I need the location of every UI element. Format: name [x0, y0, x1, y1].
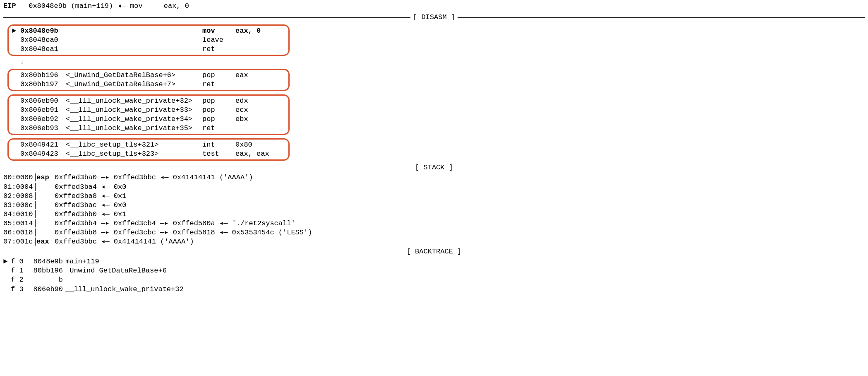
backtrace-row: f 3806eb90__lll_unlock_wake_private+32 [3, 285, 865, 294]
disasm-row: 0x806eb91<__lll_unlock_wake_private+33>p… [12, 106, 285, 115]
stack-bar-icon: │ [33, 219, 36, 228]
stack-bar-icon: │ [33, 183, 36, 192]
current-arrow-icon [12, 115, 20, 124]
stack-row: 04:0010│0xffed3bb0 ◂— 0x1 [3, 210, 865, 219]
disasm-operands: ecx [235, 106, 248, 115]
stack-register [36, 210, 55, 219]
sep-line [458, 17, 865, 18]
current-arrow-icon [3, 275, 11, 284]
section-sep-disasm: [ DISASM ] [3, 13, 865, 22]
stack-row: 01:0004│0xffed3ba4 ◂— 0x0 [3, 183, 865, 192]
disasm-mnemonic: test [202, 149, 235, 159]
disasm-panel: ►0x8048e9bmoveax, 00x8048ea0leave0x8048e… [3, 23, 865, 162]
stack-register: esp [36, 173, 55, 182]
disasm-operands: edx [235, 96, 248, 106]
reg-mnem: mov [130, 2, 143, 10]
disasm-symbol [66, 36, 202, 45]
stack-bar-icon: │ [33, 173, 36, 182]
disasm-symbol [66, 27, 202, 36]
disasm-symbol: <__lll_unlock_wake_private+34> [66, 115, 202, 124]
disasm-addr: 0x806eb91 [20, 106, 66, 115]
stack-value: 0xffed3ba0 —▸ 0xffed3bbc ◂— 0x41414141 (… [55, 173, 253, 182]
current-arrow-icon [12, 96, 20, 106]
backtrace-panel: ►f 08048e9bmain+119f 180bb196_Unwind_Get… [3, 257, 865, 294]
stack-index: 07:001c [3, 237, 33, 246]
disasm-operands: eax [235, 71, 248, 80]
disasm-mnemonic: ret [202, 45, 235, 54]
disasm-addr: 0x8048ea1 [20, 45, 66, 54]
stack-index: 04:0010 [3, 210, 33, 219]
disasm-mnemonic: pop [202, 115, 235, 124]
disasm-row: 0x8049421<__libc_setup_tls+321>int0x80 [12, 140, 285, 149]
current-arrow-icon [12, 71, 20, 80]
stack-index: 05:0014 [3, 219, 33, 228]
sep-line [456, 168, 865, 168]
disasm-mnemonic: ret [202, 80, 235, 89]
section-sep-stack: [ STACK ] [3, 163, 865, 172]
stack-row: 02:0008│0xffed3ba8 ◂— 0x1 [3, 192, 865, 201]
frame-label: f 2 [11, 275, 26, 284]
backtrace-row: f 180bb196_Unwind_GetDataRelBase+6 [3, 266, 865, 275]
stack-index: 03:000c [3, 201, 33, 210]
current-arrow-icon [12, 140, 20, 149]
stack-register: eax [36, 237, 55, 246]
disasm-symbol: <__libc_setup_tls+321> [66, 140, 202, 149]
disasm-block: 0x8049421<__libc_setup_tls+321>int0x800x… [7, 138, 290, 161]
disasm-mnemonic: pop [202, 96, 235, 106]
disasm-row: 0x80bb197<_Unwind_GetDataRelBase+7>ret [12, 80, 285, 89]
stack-value: 0xffed3ba4 ◂— 0x0 [55, 183, 126, 192]
arrow-left-icon: ◂— [117, 2, 125, 10]
section-label-backtrace: [ BACKTRACE ] [404, 247, 464, 256]
disasm-block: ►0x8048e9bmoveax, 00x8048ea0leave0x8048e… [7, 24, 290, 56]
sep-line [464, 252, 865, 252]
stack-row: 05:0014│0xffed3bb4 —▸ 0xffed3cb4 —▸ 0xff… [3, 219, 865, 228]
stack-register [36, 219, 55, 228]
stack-value: 0xffed3bac ◂— 0x0 [55, 201, 126, 210]
disasm-operands: eax, eax [235, 149, 269, 159]
stack-bar-icon: │ [33, 192, 36, 201]
stack-bar-icon: │ [33, 201, 36, 210]
reg-ops: eax, 0 [164, 2, 189, 10]
disasm-row: 0x8048ea0leave [12, 36, 285, 45]
current-arrow-icon: ► [3, 257, 11, 266]
backtrace-row: f 2b [3, 275, 865, 284]
stack-row: 00:0000│esp0xffed3ba0 —▸ 0xffed3bbc ◂— 0… [3, 173, 865, 182]
disasm-row: 0x8049423<__libc_setup_tls+323>testeax, … [12, 149, 285, 159]
frame-addr: 806eb90 [26, 285, 65, 294]
stack-bar-icon: │ [33, 237, 36, 246]
disasm-addr: 0x80bb197 [20, 80, 66, 89]
stack-row: 07:001c│eax0xffed3bbc ◂— 0x41414141 ('AA… [3, 237, 865, 246]
disasm-mnemonic: leave [202, 36, 235, 45]
disasm-block: 0x80bb196<_Unwind_GetDataRelBase+6>popea… [7, 69, 290, 91]
disasm-mnemonic: pop [202, 71, 235, 80]
stack-index: 06:0018 [3, 228, 33, 237]
disasm-row: 0x806eb93<__lll_unlock_wake_private+35>r… [12, 124, 285, 133]
stack-value: 0xffed3bb8 —▸ 0xffed3cbc —▸ 0xffed5818 ◂… [55, 228, 312, 237]
current-arrow-icon [12, 80, 20, 89]
frame-label: f 0 [11, 257, 26, 266]
disasm-row: 0x806eb92<__lll_unlock_wake_private+34>p… [12, 115, 285, 124]
stack-index: 00:0000 [3, 173, 33, 182]
sep-line [3, 252, 404, 252]
current-arrow-icon [12, 106, 20, 115]
disasm-addr: 0x8048ea0 [20, 36, 66, 45]
stack-value: 0xffed3ba8 ◂— 0x1 [55, 192, 126, 201]
frame-symbol: __lll_unlock_wake_private+32 [65, 285, 184, 294]
disasm-addr: 0x8049421 [20, 140, 66, 149]
disasm-addr: 0x8048e9b [20, 27, 66, 36]
current-arrow-icon [12, 45, 20, 54]
frame-symbol: _Unwind_GetDataRelBase+6 [65, 266, 167, 275]
disasm-symbol: <__libc_setup_tls+323> [66, 149, 202, 159]
frame-symbol: main+119 [65, 257, 99, 266]
frame-addr: b [26, 275, 65, 284]
disasm-addr: 0x806eb90 [20, 96, 66, 106]
disasm-symbol: <__lll_unlock_wake_private+35> [66, 124, 202, 133]
section-label-stack: [ STACK ] [412, 163, 456, 172]
stack-register [36, 183, 55, 192]
stack-register [36, 201, 55, 210]
disasm-addr: 0x806eb92 [20, 115, 66, 124]
stack-register [36, 228, 55, 237]
disasm-addr: 0x80bb196 [20, 71, 66, 80]
current-arrow-icon [12, 124, 20, 133]
frame-label: f 3 [11, 285, 26, 294]
